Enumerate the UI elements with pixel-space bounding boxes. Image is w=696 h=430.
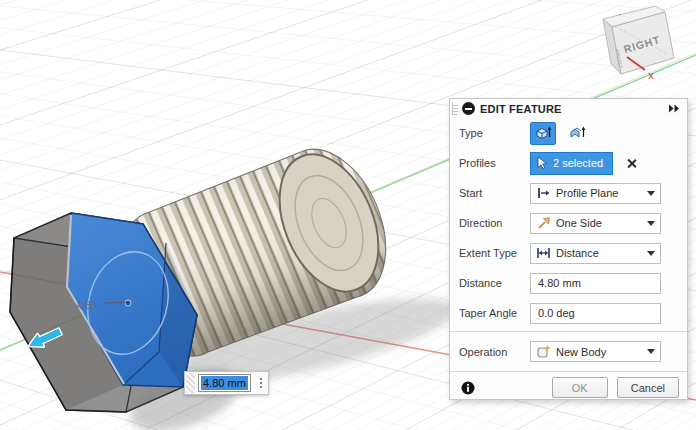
extrude-solid-icon bbox=[535, 125, 552, 141]
start-select[interactable]: Profile Plane bbox=[530, 183, 661, 204]
distance-row: Distance bbox=[450, 268, 687, 298]
distance-label: Distance bbox=[459, 277, 530, 289]
ok-button[interactable]: OK bbox=[552, 377, 608, 398]
dialog-drag-grip[interactable] bbox=[452, 103, 458, 115]
operation-value: New Body bbox=[556, 346, 606, 358]
taper-angle-label: Taper Angle bbox=[459, 307, 530, 319]
extrude-thin-icon bbox=[569, 125, 586, 141]
taper-angle-row: Taper Angle bbox=[450, 298, 687, 328]
profiles-label: Profiles bbox=[459, 157, 530, 169]
direction-label: Direction bbox=[459, 217, 530, 229]
profile-plane-icon bbox=[536, 186, 551, 200]
distance-input[interactable] bbox=[530, 273, 661, 294]
divider bbox=[450, 331, 687, 332]
expand-arrows-icon[interactable] bbox=[669, 104, 681, 113]
extrude-solid-button[interactable] bbox=[530, 122, 556, 145]
new-body-icon bbox=[536, 344, 551, 359]
direction-row: Direction One Side bbox=[450, 208, 687, 238]
taper-angle-input[interactable] bbox=[530, 303, 661, 324]
operation-label: Operation bbox=[459, 346, 530, 358]
viewcube-x-axis-label: X bbox=[648, 71, 654, 81]
sketch-dimension-label: 4.80 bbox=[76, 299, 97, 311]
distance-canvas-input[interactable]: 4.80 mm bbox=[198, 374, 251, 392]
start-label: Start bbox=[459, 187, 530, 199]
selected-input-text: 4.80 mm bbox=[201, 376, 248, 390]
direction-value: One Side bbox=[556, 217, 602, 229]
chevron-down-icon bbox=[647, 349, 655, 358]
dimension-input-widget[interactable]: 4.80 mm bbox=[184, 371, 269, 395]
profiles-count: 2 selected bbox=[553, 157, 603, 169]
kebab-menu-icon[interactable] bbox=[254, 374, 268, 392]
info-icon[interactable] bbox=[461, 381, 475, 395]
distance-extent-icon bbox=[536, 246, 551, 260]
chevron-down-icon bbox=[647, 221, 655, 230]
start-value: Profile Plane bbox=[556, 187, 618, 199]
edit-feature-dialog: EDIT FEATURE Type bbox=[449, 98, 688, 400]
dimension-leader-line bbox=[104, 303, 126, 304]
dialog-header[interactable]: EDIT FEATURE bbox=[450, 99, 687, 118]
type-label: Type bbox=[459, 127, 530, 139]
one-side-icon bbox=[536, 216, 551, 230]
extent-type-select[interactable]: Distance bbox=[530, 243, 661, 264]
viewcube[interactable]: RIGHT FRONT X bbox=[603, 6, 674, 81]
chevron-down-icon bbox=[647, 191, 655, 200]
operation-select[interactable]: New Body bbox=[530, 341, 661, 362]
cursor-icon bbox=[536, 156, 548, 170]
extent-type-value: Distance bbox=[556, 247, 599, 259]
divider bbox=[450, 371, 687, 372]
clear-selection-icon[interactable] bbox=[626, 158, 637, 169]
profiles-selected-chip[interactable]: 2 selected bbox=[530, 152, 613, 175]
profiles-row: Profiles 2 selected bbox=[450, 148, 687, 178]
chevron-down-icon bbox=[647, 251, 655, 260]
dialog-title: EDIT FEATURE bbox=[480, 103, 562, 115]
start-row: Start Profile Plane bbox=[450, 178, 687, 208]
feature-collapse-icon[interactable] bbox=[462, 102, 475, 115]
dialog-footer: OK Cancel bbox=[450, 376, 687, 399]
widget-drag-grip[interactable] bbox=[186, 373, 195, 393]
operation-row: Operation New Body bbox=[450, 335, 687, 368]
extent-type-label: Extent Type bbox=[459, 247, 530, 259]
type-row: Type bbox=[450, 118, 687, 148]
direction-select[interactable]: One Side bbox=[530, 213, 661, 234]
cancel-button[interactable]: Cancel bbox=[617, 377, 679, 398]
extrude-thin-button[interactable] bbox=[564, 122, 590, 145]
extent-type-row: Extent Type Distance bbox=[450, 238, 687, 268]
